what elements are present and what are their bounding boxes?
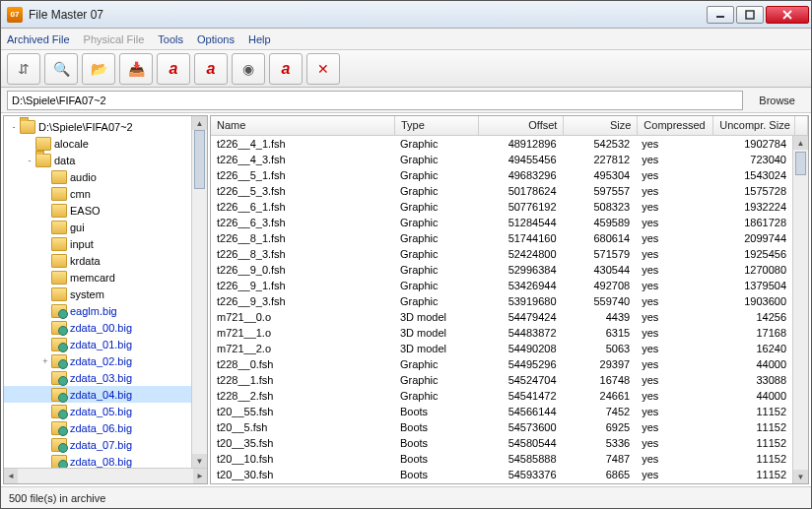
open-archive-icon[interactable]: 📂 <box>82 53 115 85</box>
scroll-thumb[interactable] <box>795 152 806 175</box>
list-row[interactable]: t228__0.fshGraphic5449529629397yes44000 <box>211 356 792 372</box>
list-row[interactable]: m721__2.o3D model544902085063yes16240 <box>211 341 792 356</box>
cell-type: Graphic <box>394 201 477 213</box>
menu-tools[interactable]: Tools <box>158 33 183 45</box>
column-header-compressed[interactable]: Compressed <box>638 116 713 135</box>
list-row[interactable]: t20__29.fshBoots546002567145yes11152 <box>211 482 792 483</box>
tree-item[interactable]: zdata_04.big <box>4 386 191 403</box>
menu-help[interactable]: Help <box>248 33 271 45</box>
column-header-offset[interactable]: Offset <box>479 116 565 135</box>
expander-icon[interactable]: - <box>24 156 35 165</box>
column-header-type[interactable]: Type <box>395 116 479 135</box>
tree-item[interactable]: alocale <box>4 135 191 152</box>
scroll-down-icon[interactable]: ▼ <box>192 454 207 468</box>
column-header-name[interactable]: Name <box>211 116 395 135</box>
list-row[interactable]: t226__6_3.fshGraphic51284544459589yes186… <box>211 215 792 230</box>
cell-offset: 53426944 <box>477 280 562 291</box>
search-icon[interactable]: 🔍 <box>44 53 78 85</box>
menu-options[interactable]: Options <box>197 33 235 45</box>
scroll-down-icon[interactable]: ▼ <box>793 470 808 483</box>
list-row[interactable]: t20__5.fshBoots545736006925yes11152 <box>211 419 792 435</box>
tree-item[interactable]: zdata_06.big <box>4 419 191 436</box>
list-vertical-scrollbar[interactable]: ▲ ▼ <box>792 136 808 483</box>
tree-item[interactable]: input <box>4 235 191 252</box>
tree-item[interactable]: audio <box>4 168 191 185</box>
tree-item[interactable]: zdata_03.big <box>4 369 191 386</box>
cell-comp: yes <box>636 185 711 197</box>
cell-offset: 54566144 <box>477 406 562 417</box>
cell-offset: 54495296 <box>477 358 562 370</box>
cell-offset: 54479424 <box>477 311 562 323</box>
tree-item[interactable]: -data <box>4 152 191 168</box>
list-row[interactable]: t226__5_3.fshGraphic50178624597557yes157… <box>211 183 792 199</box>
browse-button[interactable]: Browse <box>749 93 805 108</box>
fingerprint-icon[interactable]: ◉ <box>232 53 265 85</box>
cell-name: t226__4_3.fsh <box>211 154 394 165</box>
close-button[interactable] <box>766 6 809 24</box>
delete-icon[interactable]: ✕ <box>306 53 340 85</box>
list-row[interactable]: t226__9_3.fshGraphic53919680559740yes190… <box>211 293 792 309</box>
text-zip-icon[interactable]: a <box>194 53 228 85</box>
list-row[interactable]: t20__10.fshBoots545858887487yes11152 <box>211 451 792 467</box>
tree-item[interactable]: system <box>4 286 191 302</box>
rename-icon[interactable]: a <box>269 53 303 85</box>
text-red-icon[interactable]: a <box>157 53 190 85</box>
list-row[interactable]: m721__1.o3D model544838726315yes17168 <box>211 325 792 341</box>
tree-item-label: krdata <box>70 255 101 267</box>
list-row[interactable]: t226__9_0.fshGraphic52996384430544yes127… <box>211 262 792 278</box>
tree-item[interactable]: zdata_01.big <box>4 336 191 352</box>
list-row[interactable]: t226__4_1.fshGraphic48912896542532yes190… <box>211 136 792 152</box>
list-row[interactable]: t20__35.fshBoots545805445336yes11152 <box>211 435 792 451</box>
path-input[interactable] <box>7 91 743 110</box>
menu-archived-file[interactable]: Archived File <box>7 33 70 45</box>
tree-item[interactable]: krdata <box>4 252 191 269</box>
cell-unc: 11152 <box>711 437 792 449</box>
list-row[interactable]: t20__30.fshBoots545933766865yes11152 <box>211 467 792 482</box>
tree-item[interactable]: zdata_08.big <box>4 453 191 468</box>
tree-vertical-scrollbar[interactable]: ▲ ▼ <box>191 116 207 468</box>
list-row[interactable]: t228__1.fshGraphic5452470416748yes33088 <box>211 372 792 388</box>
list-row[interactable]: t226__8_3.fshGraphic52424800571579yes192… <box>211 246 792 262</box>
tree-item[interactable]: -D:\Spiele\FIFA07~2 <box>4 118 191 135</box>
cell-unc: 16240 <box>711 343 792 354</box>
cell-size: 5336 <box>563 437 637 449</box>
tree-item[interactable]: zdata_00.big <box>4 319 191 336</box>
list-row[interactable]: t226__5_1.fshGraphic49683296495304yes154… <box>211 167 792 183</box>
tree-item[interactable]: zdata_07.big <box>4 436 191 453</box>
cell-name: t228__2.fsh <box>211 390 394 402</box>
scroll-up-icon[interactable]: ▲ <box>192 116 207 130</box>
list-row[interactable]: t20__55.fshBoots545661447452yes11152 <box>211 404 792 419</box>
scroll-right-icon[interactable]: ► <box>193 469 207 483</box>
cell-size: 508323 <box>563 201 637 213</box>
scroll-thumb[interactable] <box>194 130 205 189</box>
tree-item[interactable]: zdata_05.big <box>4 403 191 419</box>
list-row[interactable]: t226__6_1.fshGraphic50776192508323yes193… <box>211 199 792 215</box>
tree-item[interactable]: eaglm.big <box>4 302 191 319</box>
minimize-button[interactable] <box>707 6 734 24</box>
cell-type: Boots <box>394 437 477 449</box>
tree-item[interactable]: cmn <box>4 185 191 202</box>
scroll-up-icon[interactable]: ▲ <box>793 136 808 150</box>
maximize-button[interactable] <box>736 6 764 24</box>
list-row[interactable]: t228__2.fshGraphic5454147224661yes44000 <box>211 388 792 404</box>
compress-icon[interactable]: ⇵ <box>7 53 40 85</box>
cell-type: Graphic <box>394 358 477 370</box>
cell-unc: 11152 <box>711 406 792 417</box>
column-header-size[interactable]: Size <box>564 116 638 135</box>
list-row[interactable]: m721__0.o3D model544794244439yes14256 <box>211 309 792 325</box>
tree-item[interactable]: +zdata_02.big <box>4 352 191 369</box>
tree-item[interactable]: EASO <box>4 202 191 219</box>
import-icon[interactable]: 📥 <box>119 53 153 85</box>
tree-item[interactable]: gui <box>4 219 191 235</box>
expander-icon[interactable]: + <box>39 356 51 366</box>
folder-icon <box>51 237 67 251</box>
list-row[interactable]: t226__9_1.fshGraphic53426944492708yes137… <box>211 278 792 293</box>
list-row[interactable]: t226__8_1.fshGraphic51744160680614yes209… <box>211 230 792 246</box>
scroll-left-icon[interactable]: ◄ <box>4 469 18 483</box>
tree-horizontal-scrollbar[interactable]: ◄ ► <box>4 468 207 483</box>
column-header-uncompressed-size[interactable]: Uncompr. Size <box>713 116 795 135</box>
tree-item[interactable]: memcard <box>4 269 191 286</box>
list-row[interactable]: t226__4_3.fshGraphic49455456227812yes723… <box>211 152 792 167</box>
tree-item-label: system <box>70 288 104 300</box>
expander-icon[interactable]: - <box>8 122 20 132</box>
